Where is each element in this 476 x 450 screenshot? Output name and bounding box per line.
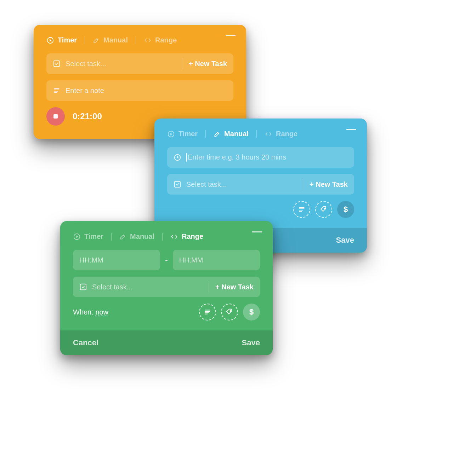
- elapsed-time: 0:21:00: [73, 111, 102, 121]
- when-value[interactable]: now: [95, 308, 108, 316]
- note-placeholder: Enter a note: [66, 87, 227, 95]
- tab-separator: [162, 233, 163, 241]
- edit-icon: [119, 233, 126, 240]
- tab-timer[interactable]: Timer: [46, 36, 77, 44]
- tag-icon: [226, 308, 233, 316]
- minimize-button[interactable]: —: [252, 230, 262, 233]
- field-divider: [303, 179, 303, 190]
- svg-point-8: [230, 311, 231, 312]
- tab-label: Manual: [130, 232, 154, 241]
- edit-icon: [214, 131, 221, 138]
- tab-label: Timer: [58, 36, 77, 44]
- bottom-row: When: now $: [73, 304, 260, 321]
- tag-button[interactable]: [315, 201, 332, 218]
- dollar-icon: $: [249, 307, 254, 317]
- note-lines-icon: [53, 87, 61, 94]
- cancel-button[interactable]: Cancel: [73, 338, 98, 347]
- when-label: When:: [73, 308, 94, 316]
- svg-rect-4: [175, 181, 181, 188]
- tab-separator: [136, 36, 136, 44]
- note-button[interactable]: [199, 304, 216, 321]
- svg-rect-1: [54, 61, 60, 67]
- tab-separator: [85, 36, 85, 44]
- billable-button[interactable]: $: [337, 201, 354, 218]
- task-check-icon: [53, 60, 61, 68]
- time-input-field[interactable]: Enter time e.g. 3 hours 20 mins: [167, 147, 354, 168]
- play-circle-icon: [46, 36, 54, 44]
- tab-range[interactable]: Range: [170, 232, 203, 241]
- text-cursor: [186, 153, 187, 162]
- action-icons: $: [293, 201, 354, 218]
- tab-manual[interactable]: Manual: [93, 36, 128, 44]
- select-task-placeholder: Select task...: [66, 60, 176, 68]
- tab-manual[interactable]: Manual: [119, 232, 154, 241]
- play-circle-icon: [167, 130, 175, 138]
- task-check-icon: [174, 180, 181, 188]
- minimize-button[interactable]: —: [226, 33, 236, 37]
- select-task-placeholder: Select task...: [186, 180, 296, 189]
- card-body: Timer Manual Range Enter time e.g. 3: [154, 119, 367, 228]
- tab-range[interactable]: Range: [144, 36, 177, 44]
- card-body: Timer Manual Range HH:MM -: [60, 221, 273, 330]
- hhmm-placeholder: HH:MM: [179, 256, 203, 264]
- dollar-icon: $: [344, 205, 348, 214]
- tab-label: Range: [276, 130, 298, 138]
- new-task-button[interactable]: + New Task: [189, 60, 227, 68]
- select-task-field[interactable]: Select task... + New Task: [73, 277, 260, 297]
- range-separator: -: [165, 255, 168, 265]
- edit-icon: [93, 37, 100, 44]
- hhmm-placeholder: HH:MM: [79, 256, 103, 264]
- mode-tabs: Timer Manual Range: [73, 232, 260, 241]
- tab-timer[interactable]: Timer: [167, 130, 198, 138]
- range-arrows-icon: [144, 37, 152, 44]
- note-lines-icon: [298, 206, 306, 213]
- start-time-input[interactable]: HH:MM: [73, 250, 160, 270]
- stop-icon: [53, 114, 58, 119]
- field-divider: [209, 281, 209, 293]
- tab-separator: [256, 130, 257, 138]
- svg-rect-7: [80, 284, 86, 290]
- billable-button[interactable]: $: [243, 304, 260, 321]
- clock-icon: [174, 154, 181, 161]
- field-divider: [182, 58, 182, 69]
- range-arrows-icon: [265, 131, 272, 138]
- select-task-placeholder: Select task...: [92, 283, 202, 291]
- range-arrows-icon: [170, 233, 178, 240]
- new-task-button[interactable]: + New Task: [215, 283, 254, 291]
- tab-timer[interactable]: Timer: [73, 232, 103, 241]
- tab-label: Range: [155, 36, 177, 44]
- tab-label: Timer: [178, 130, 198, 138]
- mode-tabs: Timer Manual Range: [46, 36, 233, 44]
- minimize-button[interactable]: —: [346, 127, 356, 131]
- tab-range[interactable]: Range: [265, 130, 298, 138]
- tab-label: Manual: [103, 36, 128, 44]
- time-range-row: HH:MM - HH:MM: [73, 250, 260, 270]
- save-button[interactable]: Save: [336, 236, 354, 245]
- action-icons: $: [199, 304, 260, 321]
- mode-tabs: Timer Manual Range: [167, 130, 354, 138]
- select-task-field[interactable]: Select task... + New Task: [46, 53, 233, 74]
- stop-button[interactable]: [46, 107, 65, 126]
- select-task-field[interactable]: Select task... + New Task: [167, 174, 354, 195]
- new-task-button[interactable]: + New Task: [310, 180, 348, 189]
- tab-label: Range: [182, 232, 203, 241]
- play-circle-icon: [73, 233, 81, 241]
- end-time-input[interactable]: HH:MM: [173, 250, 260, 270]
- note-field[interactable]: Enter a note: [46, 80, 233, 101]
- card-footer: Cancel Save: [60, 330, 273, 355]
- tab-label: Manual: [224, 130, 249, 138]
- tag-icon: [320, 206, 328, 213]
- save-button[interactable]: Save: [242, 338, 260, 347]
- note-button[interactable]: [293, 201, 310, 218]
- svg-point-5: [324, 208, 325, 209]
- tab-separator: [205, 130, 206, 138]
- tab-separator: [111, 233, 112, 241]
- tab-manual[interactable]: Manual: [214, 130, 249, 138]
- time-placeholder: Enter time e.g. 3 hours 20 mins: [186, 153, 348, 162]
- tab-label: Timer: [84, 232, 103, 241]
- note-lines-icon: [204, 308, 211, 316]
- tag-button[interactable]: [221, 304, 238, 321]
- bottom-row: $: [167, 201, 354, 218]
- task-check-icon: [79, 283, 87, 291]
- range-card: — Timer Manual Range: [60, 221, 273, 355]
